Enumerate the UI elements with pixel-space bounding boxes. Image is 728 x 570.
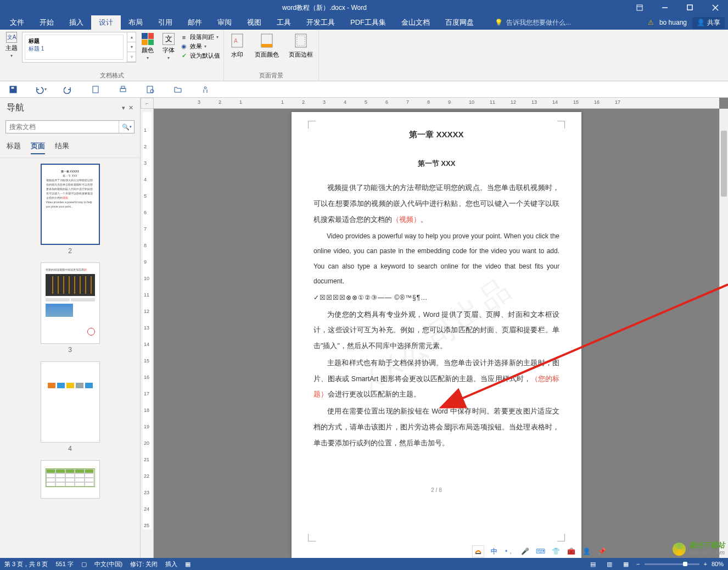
nav-search[interactable]: 🔍▾ — [5, 120, 135, 133]
nav-tab-headings[interactable]: 标题 — [7, 141, 21, 154]
tab-review[interactable]: 审阅 — [210, 15, 239, 30]
zoom-slider[interactable] — [645, 563, 699, 565]
tab-kingsoft[interactable]: 金山文档 — [394, 15, 438, 30]
thumbnail-page-2[interactable]: 第一章 XXXXX 第一节 XXX 视频提供了功能强大的方法帮助您证明您的观点当… — [41, 164, 100, 255]
tell-me-search[interactable]: 💡 告诉我您想要做什么... — [495, 15, 571, 30]
page-viewport[interactable]: XX公司出品 第一章 XXXXX 第一节 XXX 视频提供了功能强大的方法帮助您… — [154, 109, 719, 558]
nav-dropdown-icon[interactable]: ▾ — [122, 104, 125, 111]
zoom-level[interactable]: 80% — [712, 561, 724, 567]
vertical-scrollbar[interactable] — [719, 109, 728, 558]
ime-pin-icon[interactable]: 📌 — [596, 546, 607, 557]
tab-pdf[interactable]: PDF工具集 — [343, 15, 394, 30]
tab-baidu[interactable]: 百度网盘 — [438, 15, 481, 30]
gallery-more-icon[interactable]: ▿ — [127, 52, 136, 62]
status-macro-icon[interactable]: ▦ — [185, 561, 191, 568]
sogou-icon[interactable] — [472, 545, 484, 557]
thumbnail-page-3[interactable]: 在新的阅读视图中阅读更加容易新 3 — [41, 262, 100, 354]
status-insert[interactable]: 插入 — [165, 560, 177, 568]
svg-rect-15 — [120, 88, 126, 92]
themes-button[interactable]: 文A 主题 ▾ — [3, 32, 20, 58]
tab-tools[interactable]: 工具 — [269, 15, 299, 30]
thumbnail-page-5[interactable] — [41, 460, 100, 499]
status-page[interactable]: 第 3 页，共 8 页 — [4, 560, 48, 568]
ime-keyboard-icon[interactable]: ⌨ — [535, 546, 546, 557]
search-icon[interactable]: 🔍▾ — [119, 121, 134, 133]
document-area: ⌐ 3211234567891011121314151617 123456789… — [141, 98, 728, 558]
redo-button[interactable] — [61, 83, 75, 96]
watermark-button[interactable]: A 水印 — [227, 32, 247, 60]
tab-insert[interactable]: 插入 — [61, 15, 91, 30]
close-icon[interactable] — [703, 0, 728, 15]
status-track[interactable]: 修订: 关闭 — [130, 560, 158, 568]
undo-button[interactable]: ▾ — [34, 83, 47, 96]
page-border-button[interactable]: 页面边框 — [287, 32, 315, 60]
status-words[interactable]: 551 字 — [55, 560, 73, 568]
set-default-button[interactable]: ✔设为默认值 — [180, 52, 220, 60]
style-item[interactable]: 标题 标题 1 — [25, 35, 124, 60]
ime-punct-icon[interactable]: •， — [504, 546, 515, 557]
nav-tab-results[interactable]: 结果 — [55, 141, 69, 154]
ribbon-options-icon[interactable] — [627, 0, 652, 15]
tab-file[interactable]: 文件 — [2, 15, 32, 30]
nav-close-icon[interactable]: ✕ — [128, 104, 133, 111]
fonts-label: 字体 — [163, 46, 175, 54]
fonts-button[interactable]: 文 字体 ▾ — [159, 32, 178, 62]
ruler-corner[interactable]: ⌐ — [141, 98, 154, 109]
themes-icon: 文A — [6, 32, 17, 43]
svg-rect-10 — [295, 34, 306, 47]
print-preview-button[interactable] — [144, 83, 157, 96]
horizontal-ruler[interactable]: 3211234567891011121314151617 — [154, 98, 719, 109]
warning-icon[interactable]: ⚠ — [648, 19, 654, 26]
view-read-icon[interactable]: ▤ — [587, 559, 599, 569]
tab-layout[interactable]: 布局 — [121, 15, 150, 30]
page-color-button[interactable]: 页面颜色 — [253, 32, 281, 60]
page-border-icon — [293, 33, 309, 48]
status-spellcheck-icon[interactable]: ▢ — [81, 561, 87, 568]
print-button[interactable] — [116, 83, 130, 96]
scroll-thumb[interactable] — [721, 131, 727, 197]
share-icon: 👤 — [697, 19, 705, 26]
thumb-number: 2 — [68, 247, 72, 255]
doc-paragraph: 主题和样式也有助于文档保持协调。当您单击设计并选择新的主题时，图片、图表或 Sm… — [313, 355, 559, 403]
ime-toolbox-icon[interactable]: 🧰 — [565, 546, 576, 557]
tab-mailings[interactable]: 邮件 — [180, 15, 210, 30]
ime-user-icon[interactable]: 👤 — [581, 546, 592, 557]
ime-skin-icon[interactable]: 👕 — [550, 546, 561, 557]
nav-tab-pages[interactable]: 页面 — [31, 141, 45, 154]
style-gallery[interactable]: 标题 标题 1 ▴ ▾ ▿ — [22, 32, 136, 63]
zoom-in-icon[interactable]: + — [704, 561, 707, 567]
minimize-icon[interactable] — [652, 0, 677, 15]
tab-references[interactable]: 引用 — [150, 15, 180, 30]
maximize-icon[interactable] — [677, 0, 703, 15]
status-language[interactable]: 中文(中国) — [94, 560, 122, 568]
ime-voice-icon[interactable]: 🎤 — [519, 546, 530, 557]
view-web-icon[interactable]: ▦ — [620, 559, 632, 569]
vertical-ruler[interactable]: 1234567891011121314151617181920212223242… — [141, 109, 154, 558]
new-button[interactable] — [89, 83, 102, 96]
document-page[interactable]: XX公司出品 第一章 XXXXX 第一节 XXX 视频提供了功能强大的方法帮助您… — [292, 112, 581, 558]
save-button[interactable] — [7, 83, 20, 96]
zoom-knob[interactable] — [683, 562, 687, 566]
effects-button[interactable]: ◉效果▾ — [180, 42, 220, 51]
thumbnail-page-4[interactable]: XXX公司出品 4 — [41, 361, 100, 452]
share-button[interactable]: 👤 共享 — [692, 17, 725, 29]
view-print-icon[interactable]: ▥ — [603, 559, 615, 569]
account-name[interactable]: bo huang — [659, 19, 687, 26]
paragraph-spacing-button[interactable]: ≡段落间距▾ — [180, 33, 220, 41]
gallery-down-icon[interactable]: ▾ — [127, 42, 136, 52]
tab-design[interactable]: 设计 — [91, 15, 121, 30]
font-icon: 文 — [163, 33, 175, 45]
tab-view[interactable]: 视图 — [239, 15, 269, 30]
tab-developer[interactable]: 开发工具 — [299, 15, 343, 30]
colors-button[interactable]: 颜色 ▾ — [138, 32, 157, 62]
zoom-out-icon[interactable]: − — [636, 561, 640, 567]
thumbnail-list[interactable]: 第一章 XXXXX 第一节 XXX 视频提供了功能强大的方法帮助您证明您的观点当… — [0, 158, 140, 558]
touch-mode-button[interactable] — [199, 83, 212, 96]
gallery-up-icon[interactable]: ▴ — [127, 32, 136, 42]
open-button[interactable] — [171, 83, 184, 96]
ime-lang-icon[interactable]: 中 — [489, 546, 500, 557]
nav-search-input[interactable] — [6, 121, 119, 133]
gallery-spinner: ▴ ▾ ▿ — [127, 32, 136, 62]
tab-home[interactable]: 开始 — [32, 15, 61, 30]
svg-point-19 — [204, 87, 206, 89]
